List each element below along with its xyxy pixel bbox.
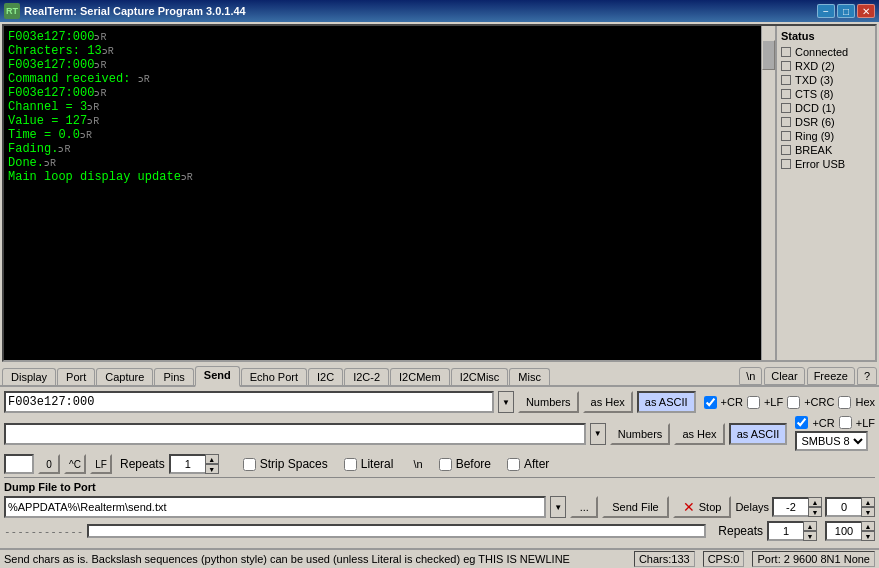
delays-input-2[interactable] xyxy=(825,497,861,517)
after-label: After xyxy=(524,457,549,471)
cr-check-2[interactable] xyxy=(795,416,808,429)
tab-capture[interactable]: Capture xyxy=(96,368,153,385)
terminal-scrollbar[interactable] xyxy=(761,26,775,360)
tab-i2c-2[interactable]: I2C-2 xyxy=(344,368,389,385)
cr-lf-row-2: +CR +LF xyxy=(795,416,875,429)
help-button[interactable]: ? xyxy=(857,367,877,385)
send-input-2[interactable] xyxy=(4,423,586,445)
byte-input[interactable] xyxy=(4,454,34,474)
title-text: RealTerm: Serial Capture Program 3.0.1.4… xyxy=(24,5,813,17)
as-ascii-button-1[interactable]: as ASCII xyxy=(637,391,696,413)
crc-label: +CRC xyxy=(804,396,834,408)
delays-down-2[interactable]: ▼ xyxy=(861,507,875,517)
status-item-connected: Connected xyxy=(781,46,871,58)
tab-i2cmisc[interactable]: I2CMisc xyxy=(451,368,509,385)
hex-check[interactable] xyxy=(838,396,851,409)
lf-button[interactable]: LF xyxy=(90,454,112,474)
as-hex-button-1[interactable]: as Hex xyxy=(583,391,633,413)
crc-hex-row-1: +CR +LF +CRC Hex xyxy=(704,396,875,409)
repeats-input-100[interactable] xyxy=(825,521,861,541)
freeze-button[interactable]: Freeze xyxy=(807,367,855,385)
cr-check-1[interactable] xyxy=(704,396,717,409)
zero-button[interactable]: 0 xyxy=(38,454,60,474)
terminal-output[interactable]: F003e127:000ↄR Chracters: 13ↄR F003e127:… xyxy=(4,26,761,360)
browse-button[interactable]: ... xyxy=(570,496,598,518)
status-led xyxy=(781,89,791,99)
repeats-spinner-btns[interactable]: ▲ ▼ xyxy=(205,454,219,474)
tabs-row: DisplayPortCapturePinsSendEcho PortI2CI2… xyxy=(0,364,879,387)
status-label: TXD (3) xyxy=(795,74,834,86)
lf-label-1: +LF xyxy=(764,396,783,408)
send-input-1[interactable] xyxy=(4,391,494,413)
tab-port[interactable]: Port xyxy=(57,368,95,385)
send-row-3: 0 ^C LF Repeats ▲ ▼ Strip Spaces Literal… xyxy=(4,454,875,474)
chars-status: Chars:133 xyxy=(634,551,695,567)
tab-i2c[interactable]: I2C xyxy=(308,368,343,385)
cr-label-2: +CR xyxy=(812,417,834,429)
send-file-button[interactable]: Send File xyxy=(602,496,668,518)
stop-button[interactable]: ✕ Stop xyxy=(673,496,732,518)
repeats-spinner-100: ▲ ▼ xyxy=(825,521,875,541)
tab-echo-port[interactable]: Echo Port xyxy=(241,368,307,385)
repeats-label-3: Repeats xyxy=(120,457,165,471)
delays-up-2[interactable]: ▲ xyxy=(861,497,875,507)
ctrl-c-button[interactable]: ^C xyxy=(64,454,86,474)
scroll-thumb[interactable] xyxy=(762,40,775,70)
after-check[interactable] xyxy=(507,458,520,471)
delays-down-1[interactable]: ▼ xyxy=(808,507,822,517)
repeats-input-bottom[interactable] xyxy=(767,521,803,541)
separator-text: ------------ xyxy=(4,525,83,538)
send-panel: ▼ Numbers as Hex as ASCII +CR +LF +CRC H… xyxy=(0,387,879,548)
before-check[interactable] xyxy=(439,458,452,471)
repeats-down-bottom[interactable]: ▼ xyxy=(803,531,817,541)
status-led xyxy=(781,75,791,85)
tab-i2cmem[interactable]: I2CMem xyxy=(390,368,450,385)
minimize-button[interactable]: − xyxy=(817,4,835,18)
repeats-spinner-3: ▲ ▼ xyxy=(169,454,219,474)
tab-display[interactable]: Display xyxy=(2,368,56,385)
lf-check-2[interactable] xyxy=(839,416,852,429)
smbus-select[interactable]: SMBUS 8 xyxy=(795,431,868,451)
repeats-down-100[interactable]: ▼ xyxy=(861,531,875,541)
repeats-up-3[interactable]: ▲ xyxy=(205,454,219,464)
numbers-button-1[interactable]: Numbers xyxy=(518,391,579,413)
close-button[interactable]: ✕ xyxy=(857,4,875,18)
tab-pins[interactable]: Pins xyxy=(154,368,193,385)
file-dropdown-arrow[interactable]: ▼ xyxy=(550,496,566,518)
delays-input-1[interactable] xyxy=(772,497,808,517)
status-label: Connected xyxy=(795,46,848,58)
repeats-down-3[interactable]: ▼ xyxy=(205,464,219,474)
strip-spaces-check[interactable] xyxy=(243,458,256,471)
status-item-txd--3-: TXD (3) xyxy=(781,74,871,86)
literal-label: Literal xyxy=(361,457,394,471)
dump-label-row: Dump File to Port xyxy=(4,480,875,494)
as-ascii-button-2[interactable]: as ASCII xyxy=(729,423,788,445)
delays-up-1[interactable]: ▲ xyxy=(808,497,822,507)
tab-misc[interactable]: Misc xyxy=(509,368,550,385)
file-row: ▼ ... Send File ✕ Stop Delays ▲ ▼ xyxy=(4,496,875,518)
maximize-button[interactable]: □ xyxy=(837,4,855,18)
status-led xyxy=(781,61,791,71)
status-title: Status xyxy=(781,30,871,42)
as-hex-button-2[interactable]: as Hex xyxy=(674,423,724,445)
newline-tool-button[interactable]: \n xyxy=(739,367,762,385)
lf-check-1[interactable] xyxy=(747,396,760,409)
delays-label: Delays xyxy=(735,501,769,513)
repeats-label-bottom: Repeats xyxy=(718,524,763,538)
tab-send[interactable]: Send xyxy=(195,366,240,387)
file-path-input[interactable] xyxy=(4,496,546,518)
dropdown-arrow-2[interactable]: ▼ xyxy=(590,423,606,445)
repeats-up-bottom[interactable]: ▲ xyxy=(803,521,817,531)
send-row-2: ▼ Numbers as Hex as ASCII +CR +LF SMBUS … xyxy=(4,416,875,451)
crc-check[interactable] xyxy=(787,396,800,409)
clear-button[interactable]: Clear xyxy=(764,367,804,385)
status-led xyxy=(781,47,791,57)
status-item-dsr--6-: DSR (6) xyxy=(781,116,871,128)
repeats-input-3[interactable] xyxy=(169,454,205,474)
literal-check[interactable] xyxy=(344,458,357,471)
port-status: Port: 2 9600 8N1 None xyxy=(752,551,875,567)
repeats-up-100[interactable]: ▲ xyxy=(861,521,875,531)
dropdown-arrow-1[interactable]: ▼ xyxy=(498,391,514,413)
numbers-button-2[interactable]: Numbers xyxy=(610,423,671,445)
cps-status: CPS:0 xyxy=(703,551,745,567)
